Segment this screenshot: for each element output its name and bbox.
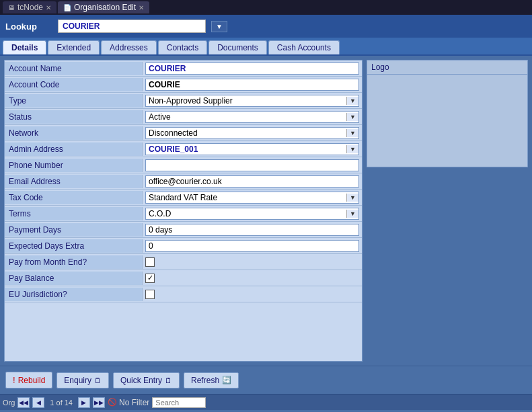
label-email: Email Address	[5, 175, 143, 188]
logo-panel: Logo	[367, 60, 528, 167]
input-email[interactable]	[145, 175, 359, 188]
form-panel: Account Name Account Code Type Non-Appro…	[4, 60, 363, 362]
value-phone	[143, 158, 362, 173]
nav-next-btn[interactable]: ▶	[78, 397, 90, 408]
lookup-label: Lookup	[5, 22, 52, 32]
dropdown-network-arrow: ▼	[346, 129, 358, 137]
dropdown-status[interactable]: Active ▼	[145, 111, 359, 123]
label-type: Type	[5, 94, 143, 108]
page-info: 1 of 14	[47, 399, 75, 407]
checkbox-eu-jurisdiction[interactable]	[145, 290, 155, 299]
tab-label-org: Organisation Edit	[74, 3, 136, 12]
title-tab-tcnode[interactable]: 🖥 tcNode ✕	[3, 1, 56, 13]
title-tab-org-edit[interactable]: 📄 Organisation Edit ✕	[58, 1, 149, 13]
value-network: Disconnected ▼	[143, 126, 362, 140]
dropdown-admin-address[interactable]: COURIE_001 ▼	[145, 143, 359, 155]
tab-documents[interactable]: Documents	[208, 40, 267, 54]
title-bar: 🖥 tcNode ✕ 📄 Organisation Edit ✕	[0, 0, 532, 15]
value-payment-days	[143, 222, 362, 237]
tab-contacts[interactable]: Contacts	[158, 40, 207, 54]
tab-icon-tcnode: 🖥	[8, 4, 15, 11]
lookup-dropdown-btn[interactable]: ▼	[211, 21, 227, 32]
input-payment-days[interactable]	[145, 224, 359, 236]
label-account-code: Account Code	[5, 78, 143, 91]
label-expected-days: Expected Days Extra	[5, 239, 143, 253]
refresh-icon: 🔄	[222, 376, 231, 384]
quick-entry-button[interactable]: Quick Entry 🗒	[113, 372, 180, 388]
content-wrapper: Account Name Account Code Type Non-Appro…	[0, 56, 532, 366]
dropdown-terms-arrow: ▼	[346, 210, 358, 218]
dropdown-tax-code[interactable]: Standard VAT Rate ▼	[145, 192, 359, 204]
rebuild-label: Rebuild	[18, 376, 46, 385]
value-tax-code: Standard VAT Rate ▼	[143, 190, 362, 205]
row-expected-days: Expected Days Extra	[5, 238, 362, 254]
label-tax-code: Tax Code	[5, 191, 143, 204]
dropdown-type[interactable]: Non-Approved Supplier ▼	[145, 95, 359, 107]
tabs-bar: Details Extended Addresses Contacts Docu…	[0, 38, 532, 56]
rebuild-icon: !	[13, 375, 15, 385]
row-network: Network Disconnected ▼	[5, 125, 362, 141]
nav-last-btn[interactable]: ▶▶	[93, 397, 105, 408]
refresh-button[interactable]: Refresh 🔄	[184, 372, 239, 388]
value-email	[143, 174, 362, 189]
label-phone: Phone Number	[5, 159, 143, 172]
dropdown-status-value: Active	[146, 112, 346, 122]
enquiry-label: Enquiry	[64, 376, 91, 385]
nav-prev-btn[interactable]: ◀	[32, 397, 44, 408]
value-type: Non-Approved Supplier ▼	[143, 93, 362, 108]
right-panel: Logo	[367, 60, 528, 362]
row-status: Status Active ▼	[5, 109, 362, 125]
row-pay-month-end: Pay from Month End?	[5, 254, 362, 270]
input-phone[interactable]	[145, 159, 359, 171]
value-pay-month-end	[143, 256, 362, 268]
dropdown-type-arrow: ▼	[346, 97, 358, 105]
label-payment-days: Payment Days	[5, 223, 143, 237]
input-account-code[interactable]	[145, 79, 359, 91]
logo-label: Logo	[367, 60, 527, 75]
dropdown-admin-arrow: ▼	[346, 145, 358, 153]
dropdown-terms-value: C.O.D	[146, 208, 346, 219]
bottom-toolbar: ! Rebuild Enquiry 🗒 Quick Entry 🗒 Refres…	[0, 366, 532, 394]
label-eu-jurisdiction: EU Jurisdiction?	[5, 288, 143, 301]
checkbox-pay-month-end[interactable]	[145, 257, 155, 267]
refresh-label: Refresh	[191, 376, 219, 385]
enquiry-icon: 🗒	[94, 376, 102, 384]
value-terms: C.O.D ▼	[143, 206, 362, 221]
dropdown-network[interactable]: Disconnected ▼	[145, 127, 359, 139]
row-email: Email Address	[5, 173, 362, 190]
input-account-name[interactable]	[145, 63, 359, 75]
status-bar: Org ◀◀ ◀ 1 of 14 ▶ ▶▶ 🚫 No Filter	[0, 394, 532, 410]
dropdown-admin-value: COURIE_001	[146, 144, 346, 155]
filter-info: 🚫 No Filter	[108, 398, 149, 407]
label-network: Network	[5, 126, 143, 140]
tab-icon-org: 📄	[63, 4, 71, 11]
tab-details[interactable]: Details	[3, 40, 46, 54]
tab-cash-accounts[interactable]: Cash Accounts	[268, 40, 340, 54]
filter-label: No Filter	[119, 398, 149, 407]
checkbox-pay-balance[interactable]	[145, 274, 155, 283]
dropdown-terms[interactable]: C.O.D ▼	[145, 208, 359, 220]
tab-extended[interactable]: Extended	[48, 40, 100, 54]
tab-label-tcnode: tcNode	[17, 3, 43, 12]
dropdown-status-arrow: ▼	[346, 113, 358, 121]
value-expected-days	[143, 239, 362, 253]
label-admin-address: Admin Address	[5, 142, 143, 156]
tab-close-tcnode[interactable]: ✕	[46, 4, 51, 11]
app-header: Lookup ▼	[0, 15, 532, 38]
label-account-name: Account Name	[5, 62, 143, 75]
row-eu-jurisdiction: EU Jurisdiction?	[5, 286, 362, 302]
row-admin-address: Admin Address COURIE_001 ▼	[5, 141, 362, 157]
input-expected-days[interactable]	[145, 240, 359, 252]
filter-icon: 🚫	[108, 398, 117, 407]
nav-first-btn[interactable]: ◀◀	[17, 397, 30, 408]
rebuild-button[interactable]: ! Rebuild	[5, 372, 52, 388]
value-status: Active ▼	[143, 110, 362, 124]
lookup-input[interactable]	[58, 19, 206, 33]
logo-area	[367, 75, 527, 167]
value-admin-address: COURIE_001 ▼	[143, 142, 362, 157]
tab-addresses[interactable]: Addresses	[101, 40, 157, 54]
tab-close-org[interactable]: ✕	[139, 4, 144, 11]
search-input[interactable]	[152, 397, 206, 408]
value-eu-jurisdiction	[143, 288, 362, 300]
enquiry-button[interactable]: Enquiry 🗒	[56, 372, 109, 388]
